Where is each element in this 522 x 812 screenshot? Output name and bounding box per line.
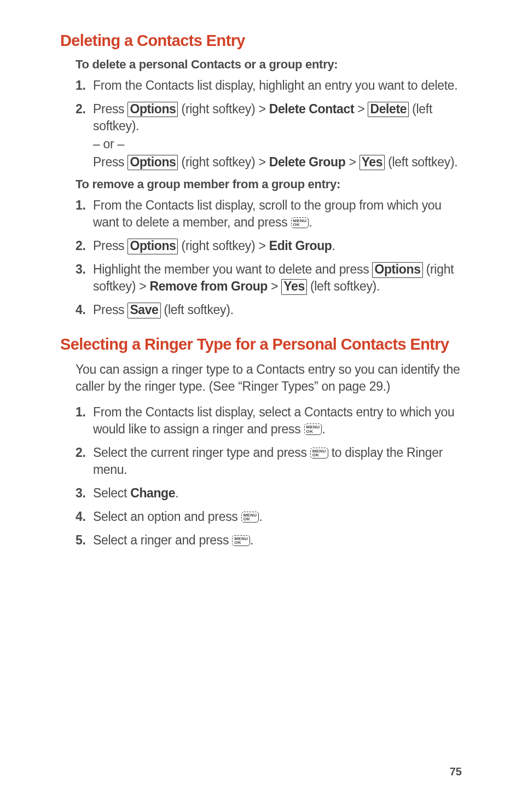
softkey-options: Options [127,239,178,254]
subheading-delete-entry: To delete a personal Contacts or a group… [76,57,467,72]
step-text: Press [93,155,127,169]
step-item: 3. Select Change. [76,485,467,502]
step-text: (left softkey). [161,303,234,317]
document-page: Deleting a Contacts Entry To delete a pe… [0,0,522,583]
steps-selecting-ringer: 1. From the Contacts list display, selec… [76,404,467,549]
step-text: (left softkey). [385,155,457,169]
step-text: Press [93,102,127,116]
steps-delete-entry: 1. From the Contacts list display, highl… [76,77,467,171]
step-item: 1. From the Contacts list display, highl… [76,77,467,94]
step-text: > [268,279,281,293]
step-number: 3. [76,485,86,502]
step-number: 4. [76,508,86,525]
menu-ok-key-icon: MENUOK [241,512,259,523]
bold-remove-from-group: Remove from Group [149,279,268,293]
step-number: 1. [76,197,86,214]
heading-deleting-contacts: Deleting a Contacts Entry [60,32,467,50]
step-item: 4. Select an option and press MENUOK. [76,508,467,525]
step-number: 2. [76,101,86,118]
body-paragraph: You can assign a ringer type to a Contac… [76,361,467,395]
subheading-remove-member: To remove a group member from a group en… [76,177,467,192]
step-number: 5. [76,532,86,549]
step-text: Select a ringer and press [93,533,232,547]
menu-ok-key-icon: MENUOK [232,535,250,546]
step-number: 1. [76,77,86,94]
step-text: Press [93,239,127,253]
bold-delete-group: Delete Group [269,155,346,169]
step-number: 4. [76,301,86,318]
step-text: From the Contacts list display, highligh… [93,78,457,92]
softkey-save: Save [127,303,160,318]
step-number: 2. [76,237,86,254]
step-number: 1. [76,404,86,421]
step-text: . [309,215,312,229]
step-item: 1. From the Contacts list display, selec… [76,404,467,438]
step-text: . [250,533,253,547]
step-item: 1. From the Contacts list display, scrol… [76,197,467,231]
softkey-options: Options [372,262,422,277]
softkey-yes: Yes [281,279,306,294]
step-number: 2. [76,444,86,461]
heading-selecting-ringer: Selecting a Ringer Type for a Personal C… [60,335,467,353]
step-text: (right softkey) > [178,155,269,169]
step-text: Press [93,303,127,317]
step-text: From the Contacts list display, select a… [93,405,455,436]
step-text: Select an option and press [93,509,241,524]
menu-ok-key-icon: MENUOK [304,424,322,434]
step-item: 2. Select the current ringer type and pr… [76,444,467,478]
softkey-options: Options [127,102,178,117]
step-text: . [175,486,178,500]
menu-ok-key-icon: MENUOK [310,448,328,459]
softkey-options: Options [127,155,178,170]
menu-ok-key-icon: MENUOK [291,217,309,228]
step-text: . [332,239,335,253]
step-text: . [322,422,325,436]
bold-change: Change [130,486,175,500]
page-number: 75 [450,765,462,778]
steps-remove-member: 1. From the Contacts list display, scrol… [76,197,467,318]
step-text: (left softkey). [307,279,380,293]
softkey-delete: Delete [368,102,409,117]
step-item: 2. Press Options (right softkey) > Delet… [76,101,467,171]
step-text: (right softkey) > [178,239,269,253]
step-text: Select [93,486,130,500]
step-text: . [259,509,262,524]
step-text: Select the current ringer type and press [93,445,310,460]
or-separator: – or – [93,136,467,153]
step-text: (right softkey) > [178,102,269,116]
step-text: > [354,102,368,116]
step-text: > [345,155,359,169]
step-item: 3. Highlight the member you want to dele… [76,261,467,295]
softkey-yes: Yes [359,155,385,170]
step-item: 4. Press Save (left softkey). [76,301,467,318]
step-text: Highlight the member you want to delete … [93,262,372,276]
step-item: 2. Press Options (right softkey) > Edit … [76,237,467,254]
step-text: From the Contacts list display, scroll t… [93,198,442,229]
bold-delete-contact: Delete Contact [269,102,354,116]
step-item: 5. Select a ringer and press MENUOK. [76,532,467,549]
step-number: 3. [76,261,86,278]
bold-edit-group: Edit Group [269,239,332,253]
